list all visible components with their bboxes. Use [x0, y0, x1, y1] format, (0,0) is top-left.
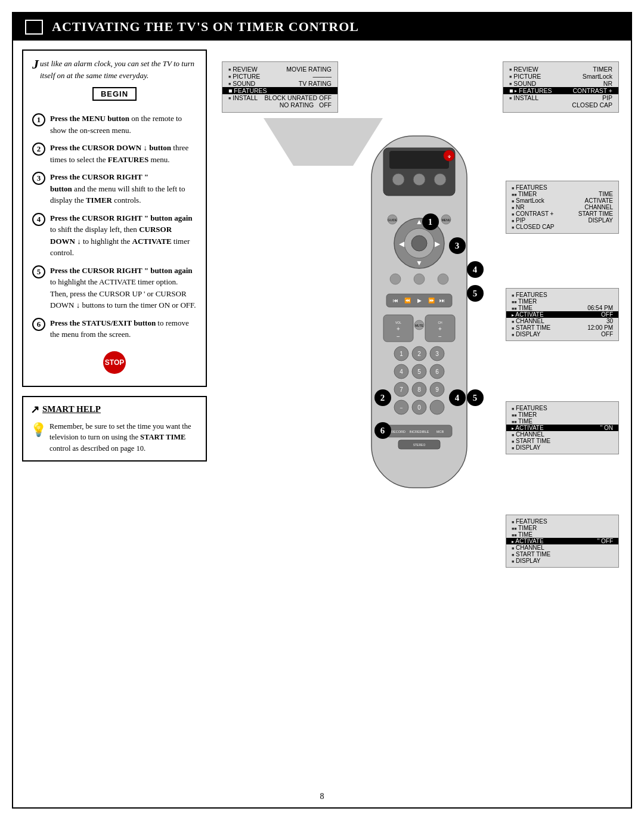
right-panel: ■ REVIEW MOVIE RATING ■ PICTURE ——— ■ SO…: [216, 49, 622, 777]
menu-row-highlighted: ▸ ACTIVATE " OFF: [506, 538, 618, 544]
step-badge-2: 2: [374, 389, 391, 406]
menu-row: ■ REVIEW TIMER: [509, 66, 612, 73]
menu-row: ■ SOUND TV RATING: [228, 80, 332, 87]
menu-row-highlighted: ■▸ FEATURES CONTRAST +: [503, 87, 618, 94]
menu-row: ■ CHANNEL: [512, 431, 613, 438]
page-number: 8: [13, 786, 631, 807]
menu-screen-6: ■ FEATURES ■■ TIMER ■■ TIME ▸ ACTIVATE "…: [506, 515, 619, 568]
step-2-text: Press the CURSOR DOWN ↓ button three tim…: [50, 142, 197, 165]
menu-row: ■ DISPLAY: [512, 444, 613, 451]
menu-screen-3: ■ FEATURES ■■ TIMER TIME ■ SmartLock ACT…: [506, 181, 619, 234]
menu-row-highlighted: ■ FEATURES: [222, 87, 338, 94]
step-badge-3: 3: [449, 237, 466, 254]
menu-screen-4: ■ FEATURES ■■ TIMER ■■ TIME 06:54 PM ▸ A…: [506, 288, 619, 341]
left-panel: Just like an alarm clock, you can set th…: [22, 49, 207, 777]
menu-row: ■ INSTALL PIP: [509, 94, 612, 101]
step-3-text: Press the CURSOR RIGHT " button and the …: [50, 171, 197, 206]
step-6-num: 6: [32, 318, 45, 331]
step-badge-5b: 5: [467, 389, 484, 406]
menu-row: ■ PICTURE ———: [228, 73, 332, 80]
menu-row: ■ INSTALL BLOCK UNRATED OFF: [228, 94, 332, 101]
menu-row: ■ START TIME 12:00 PM: [512, 324, 613, 331]
step-2-num: 2: [32, 143, 45, 156]
menu-row: ■ PIP DISPLAY: [512, 217, 613, 224]
bulb-icon: 💡: [30, 420, 47, 439]
step-badge-4b: 4: [449, 389, 466, 406]
menu-row: ■ REVIEW MOVIE RATING: [228, 66, 332, 73]
smart-help-text: 💡 Remember, be sure to set the time you …: [30, 421, 199, 454]
menu-row: ■ FEATURES: [512, 184, 613, 191]
remote-badges: 1 3 4 5 2 4 5 6: [339, 133, 500, 503]
step-4: 4 Press the CURSOR RIGHT " button again …: [32, 212, 197, 259]
menu-row: ■ CHANNEL: [512, 544, 613, 551]
intro-box: Just like an alarm clock, you can set th…: [22, 49, 207, 387]
menu-row: ■■ TIMER TIME: [512, 191, 613, 197]
stop-icon-container: STOP: [32, 351, 197, 374]
menu-row: ■ DISPLAY: [512, 558, 613, 564]
menu-screen-5: ■ FEATURES ■■ TIMER ■■ TIME ▸ ACTIVATE "…: [506, 401, 619, 454]
menu-screen-1: ■ REVIEW MOVIE RATING ■ PICTURE ——— ■ SO…: [222, 61, 338, 113]
menu-row: ■■ TIME: [512, 418, 613, 425]
menu-row: ■ CHANNEL 30: [512, 318, 613, 324]
menu-row: ■ START TIME: [512, 438, 613, 444]
step-5: 5 Press the CURSOR RIGHT " button again …: [32, 265, 197, 311]
step-5-text: Press the CURSOR RIGHT " button again to…: [50, 265, 197, 311]
menu-row-highlighted: ▸ ACTIVATE " ON: [506, 425, 618, 431]
menu-row: ■■ TIMER: [512, 525, 613, 531]
menu-row: ■■ TIME: [512, 531, 613, 538]
smart-help-label: SMART HELP: [42, 404, 101, 414]
menu-row: ■ FEATURES: [512, 292, 613, 298]
menu-screen-2: ■ REVIEW TIMER ■ PICTURE SmartLock ■ SOU…: [503, 61, 619, 113]
menu-row: ■ PICTURE SmartLock: [509, 73, 612, 80]
step-4-num: 4: [32, 213, 45, 226]
menu-row: ■■ TIMER: [512, 411, 613, 418]
step-badge-6: 6: [374, 422, 391, 439]
step-2: 2 Press the CURSOR DOWN ↓ button three t…: [32, 142, 197, 165]
smart-help-title: ↗ SMART HELP: [30, 403, 199, 416]
menu-row: ■■ TIMER: [512, 298, 613, 305]
menu-row: ■ FEATURES: [512, 518, 613, 525]
drop-cap: J: [32, 58, 39, 71]
step-5-num: 5: [32, 265, 45, 278]
smart-help-content: Remember, be sure to set the time you wa…: [49, 421, 199, 454]
remote-control: ⏻ ▲ ▼ ◀ ▶ GUIDE MENU: [339, 133, 500, 503]
step-1-text: Press the MENU button on the remote to s…: [50, 113, 197, 136]
menu-row: ■ DISPLAY OFF: [512, 331, 613, 337]
diagonal-icon: ↗: [30, 403, 39, 416]
menu-row: NO RATING OFF: [228, 101, 332, 109]
steps-container: 1 Press the MENU button on the remote to…: [32, 113, 197, 379]
menu-row-highlighted: ▸ ACTIVATE OFF: [506, 311, 618, 318]
step-6-text: Press the STATUS/EXIT button to remove t…: [50, 317, 197, 340]
begin-badge: BEGIN: [92, 87, 137, 101]
intro-text: Just like an alarm clock, you can set th…: [32, 58, 197, 81]
step-badge-4: 4: [467, 261, 484, 278]
page-header: ACTIVATING THE TV'S ON TIMER CONTROL: [13, 13, 631, 41]
step-badge-1: 1: [422, 213, 439, 230]
menu-row: ■ SOUND NR: [509, 80, 612, 87]
step-badge-5: 5: [467, 285, 484, 302]
step-3: 3 Press the CURSOR RIGHT " button and th…: [32, 171, 197, 206]
page-title: ACTIVATING THE TV'S ON TIMER CONTROL: [52, 19, 359, 35]
step-6: 6 Press the STATUS/EXIT button to remove…: [32, 317, 197, 340]
stop-circle: STOP: [103, 351, 126, 374]
step-1-num: 1: [32, 113, 45, 126]
page-container: ACTIVATING THE TV'S ON TIMER CONTROL Jus…: [12, 12, 632, 809]
menu-row: ■ CLOSED CAP: [512, 224, 613, 230]
step-1: 1 Press the MENU button on the remote to…: [32, 113, 197, 136]
menu-row: CLOSED CAP: [509, 101, 612, 109]
menu-row: ■ FEATURES: [512, 405, 613, 411]
menu-row: ■■ TIME 06:54 PM: [512, 305, 613, 311]
menu-row: ■ START TIME: [512, 551, 613, 558]
menu-row: ■ SmartLock ACTIVATE: [512, 197, 613, 204]
step-3-num: 3: [32, 172, 45, 185]
menu-row: ■ CONTRAST + START TIME: [512, 210, 613, 217]
menu-row: ■ NR CHANNEL: [512, 204, 613, 210]
step-4-text: Press the CURSOR RIGHT " button again to…: [50, 212, 197, 259]
smart-help-box: ↗ SMART HELP 💡 Remember, be sure to set …: [22, 396, 207, 462]
tv-icon: [25, 20, 43, 35]
